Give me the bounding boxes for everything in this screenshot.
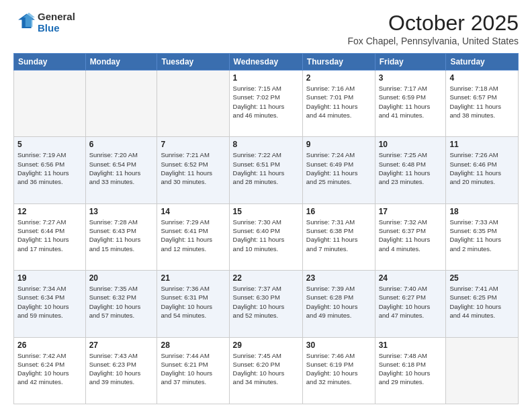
calendar-week-row: 12Sunrise: 7:27 AM Sunset: 6:44 PM Dayli… <box>14 203 519 270</box>
day-number: 16 <box>306 207 371 216</box>
day-info: Sunrise: 7:20 AM Sunset: 6:54 PM Dayligh… <box>89 150 154 186</box>
day-info: Sunrise: 7:46 AM Sunset: 6:19 PM Dayligh… <box>306 351 371 387</box>
table-row: 1Sunrise: 7:15 AM Sunset: 7:02 PM Daylig… <box>229 71 302 137</box>
day-number: 2 <box>306 73 371 83</box>
logo-general: General <box>38 11 75 22</box>
day-info: Sunrise: 7:19 AM Sunset: 6:56 PM Dayligh… <box>17 150 82 186</box>
day-info: Sunrise: 7:30 AM Sunset: 6:40 PM Dayligh… <box>233 218 299 253</box>
logo: General Blue <box>13 11 75 34</box>
month-title: October 2025 <box>348 11 519 36</box>
table-row: 7Sunrise: 7:21 AM Sunset: 6:52 PM Daylig… <box>157 137 229 203</box>
day-number: 23 <box>306 273 371 283</box>
table-row: 23Sunrise: 7:39 AM Sunset: 6:28 PM Dayli… <box>302 271 375 337</box>
day-info: Sunrise: 7:25 AM Sunset: 6:48 PM Dayligh… <box>379 150 443 186</box>
table-row: 13Sunrise: 7:28 AM Sunset: 6:43 PM Dayli… <box>85 203 157 270</box>
day-info: Sunrise: 7:18 AM Sunset: 6:57 PM Dayligh… <box>449 84 515 120</box>
day-number: 20 <box>89 273 154 283</box>
header-row: Sunday Monday Tuesday Wednesday Thursday… <box>14 54 519 71</box>
table-row: 10Sunrise: 7:25 AM Sunset: 6:48 PM Dayli… <box>375 137 446 203</box>
day-number: 31 <box>379 340 443 350</box>
day-info: Sunrise: 7:34 AM Sunset: 6:34 PM Dayligh… <box>17 284 82 320</box>
day-number: 13 <box>89 207 154 216</box>
day-info: Sunrise: 7:44 AM Sunset: 6:21 PM Dayligh… <box>161 351 225 387</box>
day-info: Sunrise: 7:21 AM Sunset: 6:52 PM Dayligh… <box>161 150 225 186</box>
table-row: 5Sunrise: 7:19 AM Sunset: 6:56 PM Daylig… <box>14 137 86 203</box>
table-row: 20Sunrise: 7:35 AM Sunset: 6:32 PM Dayli… <box>85 271 157 337</box>
table-row: 30Sunrise: 7:46 AM Sunset: 6:19 PM Dayli… <box>302 337 375 404</box>
table-row <box>157 71 229 137</box>
col-sunday: Sunday <box>14 54 86 71</box>
day-number: 5 <box>17 140 82 149</box>
day-number: 4 <box>449 73 515 83</box>
table-row: 9Sunrise: 7:24 AM Sunset: 6:49 PM Daylig… <box>302 137 375 203</box>
logo-text: General Blue <box>38 11 75 34</box>
calendar-week-row: 1Sunrise: 7:15 AM Sunset: 7:02 PM Daylig… <box>14 71 519 137</box>
day-number: 15 <box>233 207 299 216</box>
table-row: 12Sunrise: 7:27 AM Sunset: 6:44 PM Dayli… <box>14 203 86 270</box>
col-wednesday: Wednesday <box>229 54 302 71</box>
calendar-table: Sunday Monday Tuesday Wednesday Thursday… <box>13 53 519 404</box>
day-info: Sunrise: 7:26 AM Sunset: 6:46 PM Dayligh… <box>449 150 515 186</box>
day-info: Sunrise: 7:17 AM Sunset: 6:59 PM Dayligh… <box>379 84 443 120</box>
day-number: 24 <box>379 273 443 283</box>
title-block: October 2025 Fox Chapel, Pennsylvania, U… <box>348 11 519 46</box>
calendar-week-row: 19Sunrise: 7:34 AM Sunset: 6:34 PM Dayli… <box>14 271 519 337</box>
day-info: Sunrise: 7:48 AM Sunset: 6:18 PM Dayligh… <box>379 351 443 387</box>
day-info: Sunrise: 7:35 AM Sunset: 6:32 PM Dayligh… <box>89 284 154 320</box>
day-info: Sunrise: 7:42 AM Sunset: 6:24 PM Dayligh… <box>17 351 82 387</box>
logo-icon <box>13 11 35 33</box>
day-number: 25 <box>449 273 515 283</box>
col-friday: Friday <box>375 54 446 71</box>
day-info: Sunrise: 7:32 AM Sunset: 6:37 PM Dayligh… <box>379 218 443 253</box>
day-info: Sunrise: 7:22 AM Sunset: 6:51 PM Dayligh… <box>233 150 299 186</box>
day-info: Sunrise: 7:41 AM Sunset: 6:25 PM Dayligh… <box>449 284 515 320</box>
day-info: Sunrise: 7:16 AM Sunset: 7:01 PM Dayligh… <box>306 84 371 120</box>
table-row: 2Sunrise: 7:16 AM Sunset: 7:01 PM Daylig… <box>302 71 375 137</box>
day-info: Sunrise: 7:24 AM Sunset: 6:49 PM Dayligh… <box>306 150 371 186</box>
day-number: 6 <box>89 140 154 149</box>
table-row <box>85 71 157 137</box>
table-row: 28Sunrise: 7:44 AM Sunset: 6:21 PM Dayli… <box>157 337 229 404</box>
table-row: 31Sunrise: 7:48 AM Sunset: 6:18 PM Dayli… <box>375 337 446 404</box>
day-number: 21 <box>161 273 225 283</box>
table-row: 8Sunrise: 7:22 AM Sunset: 6:51 PM Daylig… <box>229 137 302 203</box>
table-row: 17Sunrise: 7:32 AM Sunset: 6:37 PM Dayli… <box>375 203 446 270</box>
day-number: 22 <box>233 273 299 283</box>
day-number: 7 <box>161 140 225 149</box>
day-info: Sunrise: 7:39 AM Sunset: 6:28 PM Dayligh… <box>306 284 371 320</box>
day-info: Sunrise: 7:43 AM Sunset: 6:23 PM Dayligh… <box>89 351 154 387</box>
table-row: 29Sunrise: 7:45 AM Sunset: 6:20 PM Dayli… <box>229 337 302 404</box>
table-row <box>446 337 519 404</box>
table-row: 26Sunrise: 7:42 AM Sunset: 6:24 PM Dayli… <box>14 337 86 404</box>
day-number: 11 <box>449 140 515 149</box>
day-number: 10 <box>379 140 443 149</box>
table-row: 22Sunrise: 7:37 AM Sunset: 6:30 PM Dayli… <box>229 271 302 337</box>
day-number: 17 <box>379 207 443 216</box>
day-info: Sunrise: 7:31 AM Sunset: 6:38 PM Dayligh… <box>306 218 371 253</box>
table-row: 18Sunrise: 7:33 AM Sunset: 6:35 PM Dayli… <box>446 203 519 270</box>
col-saturday: Saturday <box>446 54 519 71</box>
day-info: Sunrise: 7:40 AM Sunset: 6:27 PM Dayligh… <box>379 284 443 320</box>
table-row: 27Sunrise: 7:43 AM Sunset: 6:23 PM Dayli… <box>85 337 157 404</box>
col-tuesday: Tuesday <box>157 54 229 71</box>
day-number: 12 <box>17 207 82 216</box>
calendar-week-row: 26Sunrise: 7:42 AM Sunset: 6:24 PM Dayli… <box>14 337 519 404</box>
day-number: 18 <box>449 207 515 216</box>
day-number: 28 <box>161 340 225 350</box>
day-info: Sunrise: 7:28 AM Sunset: 6:43 PM Dayligh… <box>89 218 154 253</box>
calendar-page: General Blue October 2025 Fox Chapel, Pe… <box>0 0 532 411</box>
col-thursday: Thursday <box>302 54 375 71</box>
day-number: 29 <box>233 340 299 350</box>
day-info: Sunrise: 7:45 AM Sunset: 6:20 PM Dayligh… <box>233 351 299 387</box>
day-number: 9 <box>306 140 371 149</box>
calendar-week-row: 5Sunrise: 7:19 AM Sunset: 6:56 PM Daylig… <box>14 137 519 203</box>
day-number: 3 <box>379 73 443 83</box>
table-row: 19Sunrise: 7:34 AM Sunset: 6:34 PM Dayli… <box>14 271 86 337</box>
day-info: Sunrise: 7:15 AM Sunset: 7:02 PM Dayligh… <box>233 84 299 120</box>
day-info: Sunrise: 7:37 AM Sunset: 6:30 PM Dayligh… <box>233 284 299 320</box>
table-row: 14Sunrise: 7:29 AM Sunset: 6:41 PM Dayli… <box>157 203 229 270</box>
day-info: Sunrise: 7:29 AM Sunset: 6:41 PM Dayligh… <box>161 218 225 253</box>
day-number: 26 <box>17 340 82 350</box>
table-row: 16Sunrise: 7:31 AM Sunset: 6:38 PM Dayli… <box>302 203 375 270</box>
table-row: 6Sunrise: 7:20 AM Sunset: 6:54 PM Daylig… <box>85 137 157 203</box>
